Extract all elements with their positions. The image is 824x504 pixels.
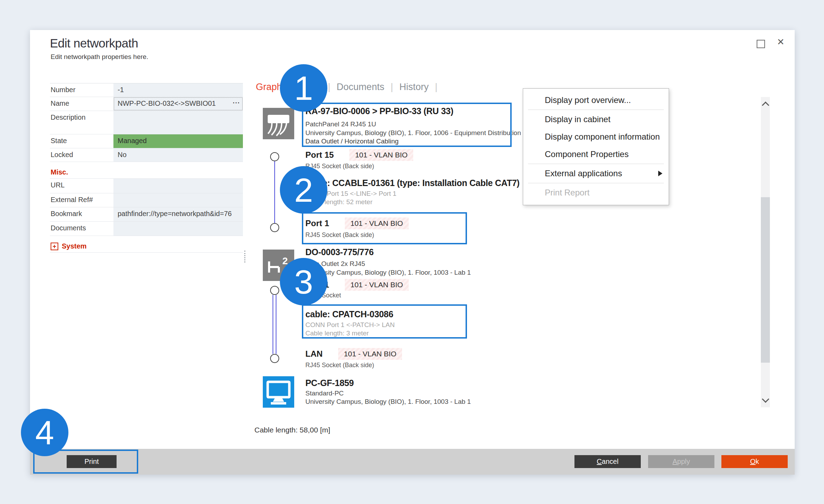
port-title: Port 1 [305,218,329,228]
form-row-locked: Locked No [50,148,243,162]
bookmark-field[interactable]: pathfinder://type=networkpath&id=76 [113,207,243,221]
cable-title: cable: CPATCH-03086 [305,309,393,319]
number-field[interactable]: -1 [113,83,243,97]
tab-separator: | [391,82,393,92]
tab-graphic[interactable]: Graphic [256,82,289,92]
port-subtitle: RJ45 Socket (Back side) [305,231,374,239]
edit-networkpath-dialog: Edit networkpath Edit networkpath proper… [30,30,795,475]
port-title: Port 1 [305,280,329,290]
desktop-background: Edit networkpath Edit networkpath proper… [0,0,824,504]
component-location: University Campus, Biology (BIO), 1. Flo… [305,269,471,276]
tab-separator: | [295,82,298,92]
name-browse-button[interactable]: ... [233,98,240,105]
menu-separator [528,183,664,183]
menu-item-display-port-overview[interactable]: Display port overview... [523,91,669,109]
system-header-label: System [62,242,87,250]
vlan-badge: 101 - VLAN BIO [345,217,409,229]
misc-header-label: Misc. [51,168,68,176]
component-location: University Campus, Biology (BIO), 1. Flo… [305,398,471,406]
vlan-badge: 101 - VLAN BIO [345,279,409,291]
component-category: Data Outlet / Horizontal Cabling [305,138,399,145]
vlan-badge: 101 - VLAN BIO [349,149,413,161]
component-location: University Campus, Biology (BIO), 1. Flo… [305,129,521,137]
apply-button: Apply [648,455,714,468]
scroll-up-icon[interactable] [762,102,769,109]
port-title: Port 15 [305,150,334,160]
print-button-label: Print [84,458,99,466]
tab-grid[interactable]: Grid [304,82,322,92]
field-label: Bookmark [50,207,113,221]
field-label: Description [50,111,113,134]
tab-history[interactable]: History [399,82,429,92]
component-title: RA-97-BIO-0006 > PP-BIO-33 (RU 33) [305,106,453,116]
menu-item-external-applications[interactable]: External applications [523,165,669,182]
ok-button[interactable]: Ok [721,455,788,468]
state-field[interactable]: Managed [113,134,243,148]
maximize-button[interactable] [757,40,765,48]
vertical-scrollbar[interactable] [761,97,770,407]
field-label: State [50,134,113,148]
component-type: Data Outlet 2x RJ45 [305,260,365,268]
maximize-icon [757,40,765,48]
patch-cable-line-connector [273,295,273,354]
scrollbar-thumb[interactable] [761,197,770,363]
port-title: LAN [305,349,322,359]
form-row-documents: Documents [50,222,243,236]
close-icon: ✕ [777,37,785,47]
print-button[interactable]: Print [67,455,117,468]
tab-separator: | [435,82,437,92]
dialog-title: Edit networkpath [50,36,138,50]
total-cable-length: Cable length: 58,00 [m] [254,426,330,434]
vlan-badge: 101 - VLAN BIO [338,348,402,360]
documents-field[interactable] [113,222,243,236]
external-ref-field[interactable] [113,193,243,207]
port-subtitle: RJ45 Socket [305,292,341,299]
connector-node-icon [270,223,279,232]
field-label: Locked [50,148,113,162]
scroll-down-icon[interactable] [762,395,769,403]
path-item-port1-outlet[interactable]: Port 1 101 - VLAN BIO [305,279,409,291]
cancel-button[interactable]: Cancel [574,455,641,468]
field-label: URL [50,179,113,193]
cable-line-connector [274,161,275,223]
component-type: PatchPanel 24 RJ45 1U [305,120,376,128]
form-row-description: Description [50,111,243,134]
component-title: PC-GF-1859 [305,378,354,388]
system-section-header: + System [50,239,243,253]
svg-text:2: 2 [282,255,288,266]
menu-item-display-component-information[interactable]: Display component information [523,128,669,146]
form-row-state: State Managed [50,134,243,148]
cable-conn: CONN Port 1 <-PATCH-> LAN [305,321,395,329]
misc-section-header: Misc. [50,165,243,179]
field-label: Name [50,97,113,111]
menu-separator [528,110,664,110]
path-item-port1[interactable]: Port 1 101 - VLAN BIO [305,217,409,230]
apply-label: pply [677,458,690,466]
component-type: Standard-PC [305,390,344,397]
connector-node-icon [270,286,279,295]
url-field[interactable] [113,179,243,193]
splitter-handle[interactable] [244,251,245,262]
menu-item-component-properties[interactable]: Component Properties [523,146,669,163]
name-field[interactable]: NWP-PC-BIO-032<->SWBIO01 ... [113,97,243,111]
ok-label: k [756,458,759,466]
description-field[interactable] [113,111,243,134]
cable-length: Cable length: 3 meter [305,329,369,337]
locked-field[interactable]: No [113,148,243,162]
form-row-external-ref: External Ref# [50,193,243,207]
expand-icon[interactable]: + [51,243,58,250]
field-label: External Ref# [50,193,113,207]
cancel-mnemonic: C [597,458,602,466]
patch-panel-icon [263,108,294,139]
form-row-name: Name NWP-PC-BIO-032<->SWBIO01 ... [50,97,243,111]
submenu-arrow-icon [658,171,662,176]
close-button[interactable]: ✕ [777,38,785,46]
form-row-bookmark: Bookmark pathfinder://type=networkpath&i… [50,207,243,222]
cable-title: cable: CCABLE-01361 (type: Installation … [305,178,520,188]
tab-separator: | [328,82,331,92]
path-item-lan[interactable]: LAN 101 - VLAN BIO [305,348,402,360]
menu-item-display-in-cabinet[interactable]: Display in cabinet [523,111,669,128]
tab-documents[interactable]: Documents [337,82,385,92]
form-row-url: URL [50,179,243,193]
path-item-port15[interactable]: Port 15 101 - VLAN BIO [305,149,413,161]
